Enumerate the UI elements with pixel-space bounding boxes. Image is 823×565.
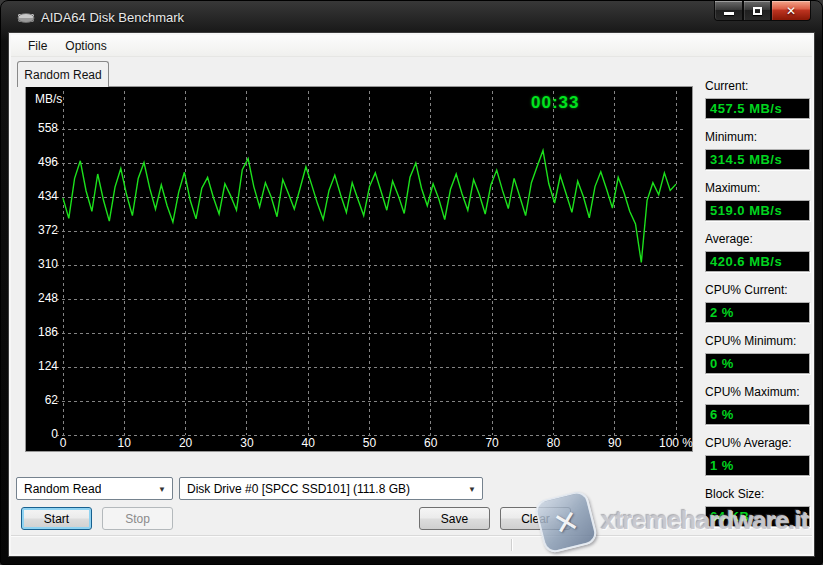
minimize-button[interactable] bbox=[714, 1, 743, 21]
stat-value: 519.0 MB/s bbox=[705, 200, 810, 221]
stats-panel: Current:457.5 MB/sMinimum:314.5 MB/sMaxi… bbox=[705, 79, 810, 538]
stat-label: Current: bbox=[705, 79, 810, 94]
x-tick-label: 10 bbox=[118, 436, 131, 450]
save-button[interactable]: Save bbox=[419, 507, 490, 530]
stat-group: Block Size:64 KB bbox=[705, 487, 810, 527]
stat-value: 420.6 MB/s bbox=[705, 251, 810, 272]
app-window: AIDA64 Disk Benchmark ✕ File Options Ran… bbox=[0, 0, 823, 565]
x-tick-label: 50 bbox=[363, 436, 376, 450]
y-tick-label: 124 bbox=[28, 359, 58, 373]
close-icon: ✕ bbox=[786, 4, 796, 18]
stat-group: CPU% Minimum:0 % bbox=[705, 334, 810, 374]
y-tick-label: 62 bbox=[28, 393, 58, 407]
disk-drive-icon bbox=[17, 10, 35, 23]
benchmark-type-value: Random Read bbox=[24, 482, 101, 496]
disk-drive-select[interactable]: Disk Drive #0 [SPCC SSD101] (111.8 GB) ▼ bbox=[179, 477, 483, 500]
title-bar[interactable]: AIDA64 Disk Benchmark ✕ bbox=[1, 1, 822, 33]
y-tick-label: 0 bbox=[28, 427, 58, 441]
benchmark-line-chart bbox=[26, 87, 692, 451]
stat-label: CPU% Maximum: bbox=[705, 385, 810, 400]
x-tick-label: 90 bbox=[608, 436, 621, 450]
y-tick-label: 248 bbox=[28, 291, 58, 305]
stat-value: 314.5 MB/s bbox=[705, 149, 810, 170]
y-tick-label: 558 bbox=[28, 121, 58, 135]
window-client-area: File Options Random Read MB/s 00:33 5584… bbox=[9, 33, 814, 556]
maximize-button[interactable] bbox=[743, 1, 771, 21]
stat-label: CPU% Current: bbox=[705, 283, 810, 298]
clear-button[interactable]: Clear bbox=[500, 507, 571, 530]
stat-label: Maximum: bbox=[705, 181, 810, 196]
stat-value: 0 % bbox=[705, 353, 810, 374]
chart-panel: MB/s 00:33 558496434372310248186124620 0… bbox=[25, 86, 693, 452]
chevron-down-icon: ▼ bbox=[468, 485, 476, 494]
stat-label: Average: bbox=[705, 232, 810, 247]
stat-label: Block Size: bbox=[705, 487, 810, 502]
y-axis-unit-label: MB/s bbox=[35, 92, 62, 106]
stat-group: Minimum:314.5 MB/s bbox=[705, 130, 810, 170]
y-tick-label: 310 bbox=[28, 257, 58, 271]
stat-group: Maximum:519.0 MB/s bbox=[705, 181, 810, 221]
x-tick-label: 100 % bbox=[659, 436, 693, 450]
stat-value: 2 % bbox=[705, 302, 810, 323]
x-tick-label: 0 bbox=[60, 436, 67, 450]
y-tick-label: 434 bbox=[28, 189, 58, 203]
tab-label: Random Read bbox=[24, 68, 101, 82]
status-bar bbox=[11, 535, 812, 554]
menu-file[interactable]: File bbox=[19, 36, 56, 56]
close-button[interactable]: ✕ bbox=[771, 1, 811, 21]
stat-value: 6 % bbox=[705, 404, 810, 425]
x-tick-label: 20 bbox=[179, 436, 192, 450]
x-tick-label: 40 bbox=[302, 436, 315, 450]
tab-random-read[interactable]: Random Read bbox=[17, 61, 109, 87]
x-tick-label: 30 bbox=[240, 436, 253, 450]
x-tick-label: 70 bbox=[485, 436, 498, 450]
y-tick-label: 496 bbox=[28, 155, 58, 169]
menu-options[interactable]: Options bbox=[56, 36, 115, 56]
elapsed-time: 00:33 bbox=[531, 93, 579, 113]
benchmark-type-select[interactable]: Random Read ▼ bbox=[16, 477, 173, 500]
stat-value: 1 % bbox=[705, 455, 810, 476]
stop-button[interactable]: Stop bbox=[102, 507, 173, 530]
x-tick-label: 80 bbox=[547, 436, 560, 450]
main-content: Random Read MB/s 00:33 55849643437231024… bbox=[11, 57, 812, 554]
window-controls: ✕ bbox=[714, 1, 811, 21]
stat-group: Average:420.6 MB/s bbox=[705, 232, 810, 272]
window-title: AIDA64 Disk Benchmark bbox=[41, 10, 184, 25]
chevron-down-icon: ▼ bbox=[158, 485, 166, 494]
disk-drive-value: Disk Drive #0 [SPCC SSD101] (111.8 GB) bbox=[187, 482, 410, 496]
stat-value: 457.5 MB/s bbox=[705, 98, 810, 119]
status-separator bbox=[511, 539, 512, 551]
maximize-icon bbox=[753, 7, 762, 15]
stat-group: Current:457.5 MB/s bbox=[705, 79, 810, 119]
stat-label: CPU% Average: bbox=[705, 436, 810, 451]
stat-value: 64 KB bbox=[705, 506, 810, 527]
stat-label: CPU% Minimum: bbox=[705, 334, 810, 349]
y-tick-label: 186 bbox=[28, 325, 58, 339]
stat-label: Minimum: bbox=[705, 130, 810, 145]
minimize-icon bbox=[724, 12, 734, 15]
stat-group: CPU% Maximum:6 % bbox=[705, 385, 810, 425]
x-tick-label: 60 bbox=[424, 436, 437, 450]
stat-group: CPU% Current:2 % bbox=[705, 283, 810, 323]
y-tick-label: 372 bbox=[28, 223, 58, 237]
start-button[interactable]: Start bbox=[21, 507, 92, 530]
menu-bar: File Options bbox=[11, 35, 812, 57]
stat-group: CPU% Average:1 % bbox=[705, 436, 810, 476]
